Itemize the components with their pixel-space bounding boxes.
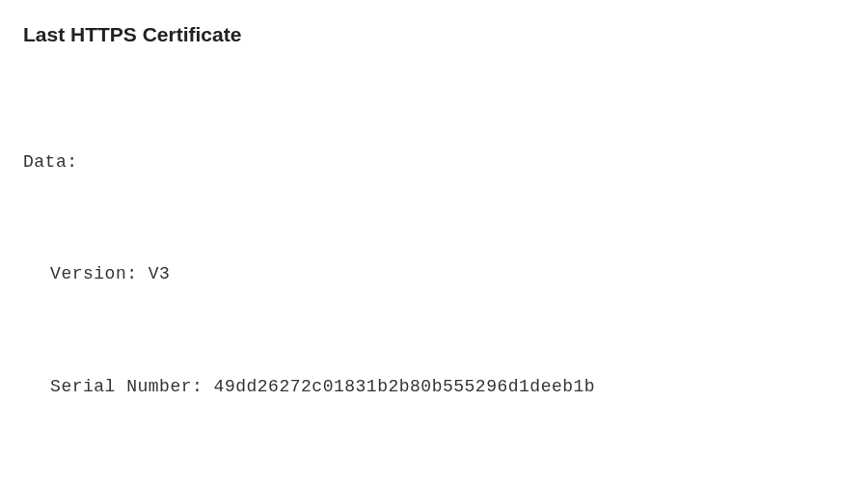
serial-row: Serial Number: 49dd26272c01831b2b80b5552… (23, 368, 845, 406)
serial-value: 49dd26272c01831b2b80b555296d1deeb1b (214, 377, 596, 396)
version-row: Version: V3 (23, 255, 845, 293)
serial-label: Serial Number: (50, 377, 214, 396)
certificate-details: Data: Version: V3 Serial Number: 49dd262… (23, 69, 845, 482)
section-title: Last HTTPS Certificate (23, 23, 845, 46)
version-label: Version: (50, 264, 149, 283)
data-header: Data: (23, 144, 845, 181)
data-label: Data: (23, 152, 78, 172)
version-value: V3 (149, 264, 171, 283)
